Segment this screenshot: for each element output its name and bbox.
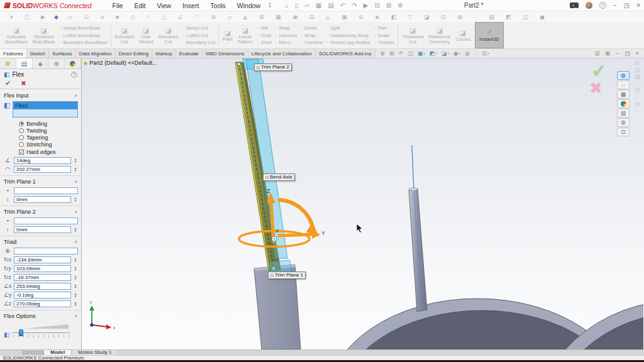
- edit-appearance-icon[interactable]: ◍: [465, 50, 470, 57]
- scale-button[interactable]: Scale: [374, 33, 394, 38]
- zoom-area-icon[interactable]: ⊞: [389, 50, 394, 57]
- screen-share-icon[interactable]: ⊡: [617, 128, 630, 136]
- thicken-button[interactable]: Thicken: [374, 40, 394, 45]
- menu-insert[interactable]: Insert: [177, 2, 204, 9]
- toolbar-icons[interactable]: ▾ ◻ ▶: [10, 14, 50, 20]
- rib-button[interactable]: Rib: [257, 25, 272, 31]
- tab-markup[interactable]: Markup: [152, 49, 176, 58]
- combine-button[interactable]: Combine: [301, 40, 323, 45]
- wrap-button-2[interactable]: Wrap: [301, 33, 323, 38]
- redo-icon[interactable]: ↷: [352, 2, 357, 9]
- pin-menu-icon[interactable]: ↧: [267, 3, 272, 9]
- tab-property-manager[interactable]: ▤: [16, 58, 33, 69]
- restore-button[interactable]: ◳: [624, 2, 630, 9]
- bend-angle-input[interactable]: 14deg: [14, 157, 71, 164]
- triad-x-spinner[interactable]: [73, 257, 78, 263]
- tab-surfaces[interactable]: Surfaces: [49, 49, 76, 58]
- undo-icon[interactable]: ↶: [340, 2, 345, 9]
- boundary-boss-base-button[interactable]: Boundary Boss/Base: [60, 40, 108, 45]
- hole-wizard-button[interactable]: ◪Hole Wizard: [136, 22, 156, 48]
- triad-rotate-x-spinner[interactable]: [73, 283, 78, 289]
- bend-radius-input[interactable]: 202.27mm: [14, 166, 71, 173]
- extruded-cut-button[interactable]: ◪Extruded Cut: [113, 22, 136, 48]
- tab-direct-editing[interactable]: Direct Editing: [116, 49, 153, 58]
- wrap-button[interactable]: Wrap: [275, 25, 297, 31]
- apply-scene-icon[interactable]: ◌: [474, 50, 477, 57]
- extruded-boss-base-button[interactable]: ◪Extruded Boss/Base: [3, 22, 30, 48]
- menu-file[interactable]: File: [106, 2, 128, 9]
- bend-angle-spinner[interactable]: [73, 158, 78, 163]
- section-view-icon[interactable]: ◫: [408, 50, 413, 57]
- lofted-cut-button[interactable]: Lofted Cut: [182, 33, 215, 38]
- home-icon[interactable]: ⌂: [285, 2, 289, 9]
- instant3d-button[interactable]: ↗Instant3D: [475, 22, 504, 48]
- view-orientation-icon[interactable]: ◩: [430, 50, 437, 57]
- trim-plane-2-distance-input[interactable]: 0mm: [14, 226, 71, 233]
- tab-display-manager[interactable]: [65, 58, 81, 69]
- doc-minimize-icon[interactable]: −: [616, 50, 619, 57]
- triad-rotate-z-spinner[interactable]: [73, 301, 78, 307]
- trim-plane-2-spinner[interactable]: [73, 227, 78, 233]
- flyout-feature-tree[interactable]: ◆ Part2 (Default) <<Default...: [84, 60, 157, 66]
- trim-plane-1-spinner[interactable]: [73, 197, 78, 202]
- design-folder-icon[interactable]: ▱: [617, 80, 630, 89]
- print-icon[interactable]: ▤: [328, 2, 333, 9]
- tab-scroll-buttons[interactable]: [23, 350, 44, 355]
- flex-options-header[interactable]: Flex Options: [0, 310, 81, 321]
- help-icon[interactable]: ?: [599, 2, 606, 9]
- tab-evaluate[interactable]: Evaluate: [176, 49, 203, 58]
- split-button[interactable]: Split: [327, 25, 370, 31]
- confirm-cancel-button[interactable]: ✖: [589, 79, 602, 97]
- intersect-button[interactable]: Intersect: [275, 33, 297, 38]
- part-tree-label[interactable]: Part2 (Default) <<Default...: [89, 60, 157, 66]
- hard-edges-checkbox[interactable]: Hard edges: [0, 148, 81, 156]
- minimize-button[interactable]: −: [613, 2, 617, 9]
- tab-mbd-dimensions[interactable]: MBD Dimensions: [203, 49, 248, 58]
- file-properties-icon[interactable]: ⊞: [386, 2, 391, 9]
- triad-header[interactable]: Triad: [0, 236, 81, 246]
- trim-plane-1-callout[interactable]: Trim Plane 1: [268, 272, 306, 279]
- trim-plane-1-distance-input[interactable]: 0mm: [14, 196, 71, 203]
- hide-show-items-icon[interactable]: ◉: [453, 50, 460, 57]
- view-settings-icon[interactable]: ⊡: [482, 50, 489, 57]
- bodies-selection-box[interactable]: Flex1: [13, 101, 78, 118]
- select-icon[interactable]: ▶: [364, 2, 369, 9]
- pack-and-go-icon[interactable]: ⊞: [617, 118, 630, 127]
- menu-edit[interactable]: Edit: [128, 2, 151, 9]
- custom-properties-icon[interactable]: ▤: [617, 109, 630, 118]
- mirror-button[interactable]: Mirror: [275, 40, 297, 45]
- triad-rotate-x-input[interactable]: 253.94deg: [14, 283, 71, 290]
- doc-restore-icon[interactable]: ◳: [625, 50, 630, 57]
- new-document-icon[interactable]: ▯: [295, 2, 299, 9]
- tab-configurations[interactable]: ◈: [33, 58, 49, 69]
- triad-rotate-y-spinner[interactable]: [73, 292, 78, 298]
- radio-twisting[interactable]: Twisting: [19, 128, 81, 133]
- cancel-button[interactable]: ✖: [21, 80, 26, 87]
- tab-data-migration[interactable]: Data Migration: [76, 49, 116, 58]
- open-icon[interactable]: ▱: [304, 2, 309, 9]
- triad-z-input[interactable]: -19.37mm: [14, 274, 71, 281]
- selected-body[interactable]: Flex1: [13, 102, 77, 109]
- tab-feature-tree[interactable]: ⚙: [0, 58, 16, 69]
- bend-axis-callout[interactable]: Bend Axis: [263, 173, 295, 181]
- boundary-cut-button[interactable]: Boundary Cut: [182, 40, 215, 45]
- display-style-icon[interactable]: ◪: [441, 50, 449, 57]
- curves-button[interactable]: ◪Curves: [453, 22, 473, 48]
- reference-geometry-button[interactable]: ◪Reference Geometry: [426, 22, 453, 48]
- motion-study-tab[interactable]: Motion Study 1: [72, 350, 118, 355]
- pane-split-icon[interactable]: ⊡: [595, 50, 600, 57]
- accuracy-slider[interactable]: [12, 324, 76, 338]
- ok-button[interactable]: ✔: [5, 80, 11, 87]
- zoom-fit-icon[interactable]: ⊕: [380, 50, 386, 57]
- doc-close-icon[interactable]: ×: [636, 50, 639, 57]
- command-prompt-icon[interactable]: >_: [570, 3, 578, 8]
- trim-plane-2-header[interactable]: Trim Plane 2: [0, 206, 81, 216]
- attach-icon[interactable]: ⊟: [374, 2, 379, 9]
- linear-pattern-button[interactable]: ◪Linear Pattern: [235, 22, 255, 48]
- rod-body[interactable]: [409, 145, 427, 312]
- move-copy-bodies-button[interactable]: Move/Copy Bodies: [327, 40, 370, 45]
- model-tab[interactable]: Model: [44, 350, 72, 355]
- tab-solidworks-add-ins[interactable]: SOLIDWORKS Add-Ins: [316, 49, 375, 58]
- options-gear-icon[interactable]: ⚙: [397, 2, 403, 9]
- flex-toolbar-icon[interactable]: ◆: [54, 14, 64, 20]
